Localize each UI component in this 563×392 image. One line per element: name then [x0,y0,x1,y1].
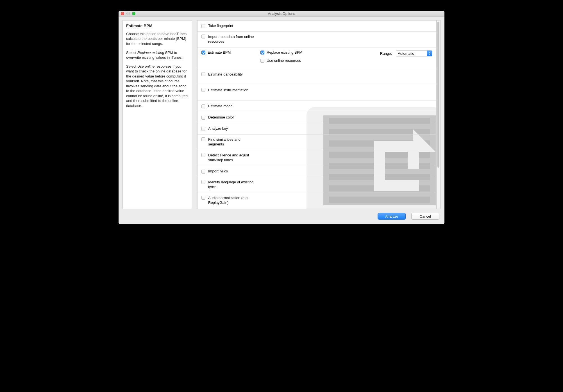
checkbox-icon[interactable] [201,137,205,141]
checkbox-icon[interactable] [201,127,205,131]
cancel-button[interactable]: Cancel [411,213,439,220]
analyze-button[interactable]: Analyze [378,213,406,220]
chevron-updown-icon [427,51,432,56]
range-select[interactable]: Automatic [396,50,432,56]
zoom-icon[interactable] [132,12,135,15]
options-panel: Take fingerprint Import metadata from on… [197,20,441,209]
scrollbar[interactable] [436,20,441,209]
checkbox-icon[interactable] [201,88,205,92]
checkbox-icon[interactable] [201,104,205,108]
option-normalize[interactable]: Audio normalization (e.g. ReplayGain) [197,193,436,209]
help-paragraph: Choose this option to have beaTunes calc… [126,31,189,46]
option-estimate-bpm[interactable]: Estimate BPM Replace existing BPM Use on… [197,47,436,69]
option-color[interactable]: Determine color [197,112,436,123]
checkbox-icon[interactable] [201,170,205,174]
titlebar: Analysis Options [119,11,444,17]
checkbox-icon[interactable] [201,51,205,54]
checkbox-icon[interactable] [260,59,264,63]
checkbox-icon[interactable] [201,196,205,200]
scroll-thumb[interactable] [437,22,439,168]
option-similarities[interactable]: Find similarities and segments [197,135,436,150]
checkbox-icon[interactable] [201,24,205,28]
checkbox-icon[interactable] [201,35,205,38]
help-paragraph: Select Replace existing BPM to overwrite… [126,50,189,60]
option-instrumentation[interactable]: Estimate instrumentation [197,85,436,101]
help-heading: Estimate BPM [126,23,189,29]
dialog-footer: Analyze Cancel [119,210,444,224]
option-import-metadata[interactable]: Import metadata from online resources [197,32,436,47]
checkbox-icon[interactable] [201,116,205,120]
close-icon[interactable] [121,12,124,15]
option-danceability[interactable]: Estimate danceability [197,69,436,85]
range-label: Range: [380,51,392,56]
checkbox-icon[interactable] [201,72,205,76]
window-controls [121,12,135,15]
option-take-fingerprint[interactable]: Take fingerprint [197,20,436,32]
option-replace-bpm[interactable]: Replace existing BPM [260,50,331,54]
option-language[interactable]: Identify language of existing lyrics [197,177,436,193]
checkbox-icon[interactable] [201,180,205,184]
option-key[interactable]: Analyze key [197,123,436,135]
option-lyrics[interactable]: Import lyrics [197,166,436,177]
dialog-body: Estimate BPM Choose this option to have … [119,17,444,210]
checkbox-icon[interactable] [260,51,264,54]
help-paragraph: Select Use online resources if you want … [126,64,189,108]
option-use-online[interactable]: Use online resources [260,58,331,63]
window-title: Analysis Options [268,12,295,16]
dialog-window: Analysis Options Estimate BPM Choose thi… [119,11,444,224]
checkbox-icon[interactable] [201,153,205,157]
option-mood[interactable]: Estimate mood [197,101,436,112]
help-panel: Estimate BPM Choose this option to have … [122,20,192,209]
options-list: Take fingerprint Import metadata from on… [197,20,436,209]
minimize-icon [126,12,130,15]
option-silence[interactable]: Detect silence and adjust start/stop tim… [197,150,436,166]
